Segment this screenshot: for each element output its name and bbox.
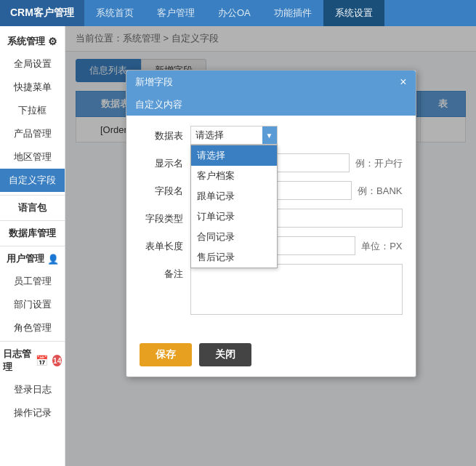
- table-length-label: 表单长度: [140, 236, 190, 253]
- sidebar-group-system-label: 系统管理: [7, 35, 45, 48]
- sidebar-group-language-label: 语言包: [18, 201, 47, 214]
- nav-item-home[interactable]: 系统首页: [84, 0, 145, 26]
- database-label: 数据表: [140, 126, 190, 142]
- dropdown-item-0[interactable]: 请选择: [191, 145, 277, 166]
- modal-footer: 保存 关闭: [126, 336, 416, 377]
- sidebar-item-custom-fields[interactable]: 自定义字段: [0, 169, 65, 192]
- person-icon: 👤: [47, 254, 59, 265]
- field-type-label: 字段类型: [140, 209, 190, 225]
- field-name-label: 字段名: [140, 181, 190, 198]
- modal-close-button[interactable]: ×: [400, 76, 406, 88]
- database-select-wrapper: 请选择 ▼ 请选择 客户档案 跟单记录 订单记录 合同记录 售后记录: [190, 126, 278, 145]
- sidebar-group-db-label: 数据库管理: [9, 227, 56, 240]
- sidebar-group-db[interactable]: 数据库管理: [0, 222, 65, 244]
- dropdown-item-1[interactable]: 客户档案: [191, 166, 277, 186]
- sidebar-item-regions[interactable]: 地区管理: [0, 145, 65, 169]
- sidebar-group-users-label: 用户管理: [7, 252, 44, 265]
- remark-input[interactable]: [190, 264, 403, 315]
- sidebar-item-global[interactable]: 全局设置: [0, 52, 65, 76]
- display-name-hint: 例：开户行: [355, 153, 403, 170]
- dropdown-arrow-icon: ▼: [262, 126, 277, 144]
- sidebar-item-employees[interactable]: 员工管理: [0, 270, 65, 293]
- save-button[interactable]: 保存: [140, 343, 192, 366]
- sidebar-group-logs-label: 日志管理: [3, 348, 33, 374]
- sidebar-item-departments[interactable]: 部门设置: [0, 293, 65, 316]
- logs-badge: 14: [52, 355, 62, 366]
- sidebar-item-products[interactable]: 产品管理: [0, 122, 65, 145]
- main-content: 当前位置：系统管理 > 自定义字段 信息列表 新增字段 数据表 显示名 字段名 …: [65, 26, 476, 466]
- top-nav: CRM客户管理 系统首页 客户管理 办公OA 功能插件 系统设置: [0, 0, 476, 26]
- sidebar-item-dropdown[interactable]: 下拉框: [0, 99, 65, 122]
- database-field: 请选择 ▼ 请选择 客户档案 跟单记录 订单记录 合同记录 售后记录: [190, 126, 403, 145]
- nav-item-customer[interactable]: 客户管理: [145, 0, 206, 26]
- modal-title: 新增字段: [135, 76, 173, 89]
- sidebar-group-system[interactable]: 系统管理 ⚙: [0, 31, 65, 52]
- display-name-label: 显示名: [140, 153, 190, 170]
- sidebar-item-shortcut[interactable]: 快捷菜单: [0, 76, 65, 99]
- modal-body: 自定义内容 数据表 请选择 ▼ 请选择: [126, 94, 416, 336]
- modal-section-title: 自定义内容: [126, 94, 416, 116]
- dropdown-item-5[interactable]: 售后记录: [191, 247, 277, 268]
- database-select-text: 请选择: [191, 129, 262, 142]
- form-row-database: 数据表 请选择 ▼ 请选择 客户档案 跟单记录: [140, 126, 403, 145]
- modal-header: 新增字段 ×: [126, 71, 416, 94]
- database-dropdown: 请选择 客户档案 跟单记录 订单记录 合同记录 售后记录: [190, 145, 278, 268]
- close-button[interactable]: 关闭: [199, 343, 251, 366]
- sidebar-item-operation-logs[interactable]: 操作记录: [0, 401, 65, 425]
- table-length-unit: 单位：PX: [361, 236, 402, 253]
- dropdown-item-3[interactable]: 订单记录: [191, 206, 277, 227]
- field-name-hint: 例：BANK: [358, 181, 402, 198]
- form-row-remark: 备注: [140, 264, 403, 317]
- remark-label: 备注: [140, 264, 190, 281]
- sidebar: 系统管理 ⚙ 全局设置 快捷菜单 下拉框 产品管理 地区管理 自定义字段 语言包…: [0, 26, 65, 466]
- sidebar-group-users[interactable]: 用户管理 👤: [0, 248, 65, 270]
- sidebar-group-language[interactable]: 语言包: [0, 197, 65, 219]
- calendar-icon: 📅: [36, 355, 48, 366]
- dropdown-item-2[interactable]: 跟单记录: [191, 186, 277, 206]
- nav-item-settings[interactable]: 系统设置: [323, 0, 384, 26]
- database-select[interactable]: 请选择 ▼: [190, 126, 278, 145]
- sidebar-item-login-logs[interactable]: 登录日志: [0, 378, 65, 401]
- modal-overlay: 新增字段 × 自定义内容 数据表 请选择 ▼: [65, 26, 476, 466]
- nav-item-plugins[interactable]: 功能插件: [262, 0, 323, 26]
- dropdown-item-4[interactable]: 合同记录: [191, 227, 277, 247]
- sidebar-item-roles[interactable]: 角色管理: [0, 316, 65, 340]
- brand: CRM客户管理: [0, 0, 84, 26]
- nav-item-oa[interactable]: 办公OA: [206, 0, 262, 26]
- sidebar-group-logs[interactable]: 日志管理 📅 14: [0, 343, 65, 378]
- remark-field: [190, 264, 403, 317]
- modal-add-field: 新增字段 × 自定义内容 数据表 请选择 ▼: [126, 70, 416, 377]
- gear-icon: ⚙: [48, 36, 57, 47]
